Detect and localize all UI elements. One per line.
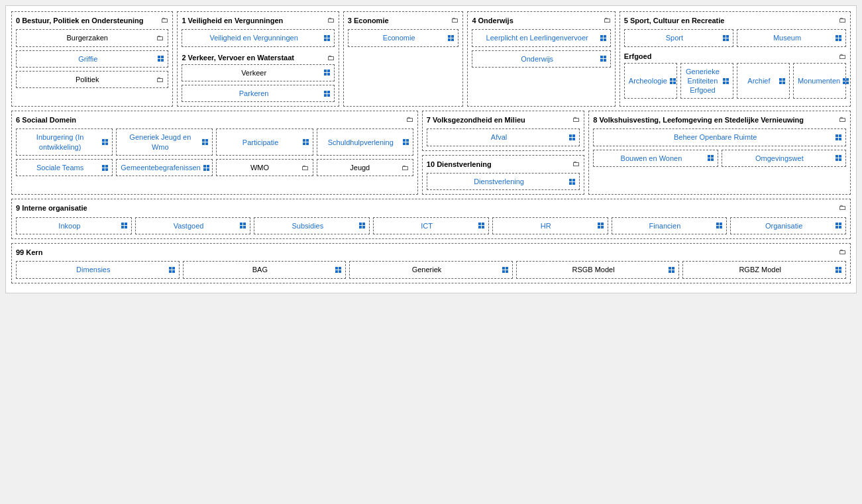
item-omgevingswet[interactable]: Omgevingswet: [722, 150, 846, 167]
item-sociale-teams[interactable]: Sociale Teams: [16, 159, 113, 176]
item-parkeren[interactable]: Parkeren: [182, 85, 334, 102]
item-jeugd-label: Jeugd: [321, 163, 399, 172]
item-rsgb[interactable]: RSGB Model: [516, 261, 680, 278]
item-politiek[interactable]: Politiek 🗀: [16, 71, 168, 88]
domain-8-items: Beheer Openbare Ruimte Bouwen en Wonen O…: [593, 128, 846, 167]
item-vastgoed[interactable]: Vastgoed: [135, 217, 251, 234]
item-inkoop[interactable]: Inkoop: [16, 217, 132, 234]
item-rsgb-label: RSGB Model: [521, 265, 667, 274]
item-organisatie[interactable]: Organisatie: [730, 217, 846, 234]
item-griffie[interactable]: Griffie: [16, 50, 168, 68]
item-ict[interactable]: ICT: [373, 217, 489, 234]
item-gemeentebegrafenissen[interactable]: Gemeentebegrafenissen: [116, 159, 213, 176]
item-sport[interactable]: Sport: [624, 29, 733, 46]
wmo-folder-icon[interactable]: 🗀: [301, 164, 309, 172]
domain-1-folder-icon[interactable]: 🗀: [327, 16, 335, 24]
item-participatie-label: Participatie: [221, 138, 299, 147]
domain-10: 10 Dienstverlening 🗀 Dienstverlening: [422, 155, 584, 195]
hr-grid-icon: [598, 223, 604, 228]
domain-8-folder-icon[interactable]: 🗀: [839, 115, 846, 123]
subdomain-2-title: 2 Verkeer, Vervoer en Waterstaat: [182, 54, 294, 62]
item-schuldhulp-label: Schuldhulpverlening: [321, 138, 400, 147]
domain-10-folder-icon[interactable]: 🗀: [572, 160, 580, 168]
item-inburgering-label: Inburgering (In ontwikkeling): [21, 132, 99, 152]
item-archeologie[interactable]: Archeologie: [624, 63, 677, 99]
item-beheer-openbare-label: Beheer Openbare Ruimte: [598, 132, 833, 142]
burgerzaken-folder-icon[interactable]: 🗀: [156, 34, 164, 42]
verkeer-grid-icon: [324, 70, 330, 76]
item-onderwijs[interactable]: Onderwijs: [472, 50, 610, 68]
bouwen-wonen-grid-icon: [708, 155, 714, 161]
politiek-folder-icon[interactable]: 🗀: [156, 76, 164, 83]
item-burgerzaken-label: Burgerzaken: [21, 33, 154, 42]
domain-3-title: 3 Economie: [348, 16, 449, 25]
domain-99-folder-icon[interactable]: 🗀: [839, 248, 846, 256]
item-jeugd[interactable]: Jeugd 🗀: [317, 159, 413, 176]
item-generiek[interactable]: Generiek: [349, 261, 513, 278]
subdomain-2-folder-icon[interactable]: 🗀: [327, 54, 335, 62]
domain-99-title: 99 Kern: [16, 248, 836, 257]
inkoop-grid-icon: [121, 223, 127, 228]
item-parkeren-label: Parkeren: [186, 89, 321, 98]
erfgoed-folder-icon[interactable]: 🗀: [839, 52, 846, 60]
item-dienstverlening[interactable]: Dienstverlening: [427, 173, 580, 190]
item-wmo[interactable]: WMO 🗀: [216, 159, 313, 176]
item-participatie[interactable]: Participatie: [216, 128, 313, 156]
item-economie[interactable]: Economie: [348, 29, 459, 46]
item-sociale-teams-label: Sociale Teams: [21, 163, 99, 172]
domain-3: 3 Economie 🗀 Economie: [343, 11, 464, 107]
item-afval[interactable]: Afval: [427, 128, 580, 146]
item-beheer-openbare[interactable]: Beheer Openbare Ruimte: [593, 128, 846, 146]
domain-4-folder-icon[interactable]: 🗀: [604, 16, 611, 24]
item-subsidies[interactable]: Subsidies: [254, 217, 370, 234]
erfgoed-header: Erfgoed 🗀: [624, 52, 846, 60]
item-schuldhulp[interactable]: Schuldhulpverlening: [317, 128, 413, 156]
col-7-10: 7 Volksgezondheid en Milieu 🗀 Afval 10 D…: [422, 111, 584, 195]
domain-7-folder-icon[interactable]: 🗀: [572, 115, 580, 123]
item-veiligheid[interactable]: Veiligheid en Vergunningen: [182, 29, 334, 46]
domain-4-items: Leerplicht en Leerlingenvervoer Onderwij…: [472, 29, 610, 68]
domain-0-folder-icon[interactable]: 🗀: [161, 16, 168, 24]
item-museum[interactable]: Museum: [737, 29, 846, 46]
domain-7-header: 7 Volksgezondheid en Milieu 🗀: [427, 115, 580, 125]
item-rgbz[interactable]: RGBZ Model: [682, 261, 846, 278]
item-financien-label: Financien: [616, 221, 714, 230]
domain-6-folder-icon[interactable]: 🗀: [406, 115, 413, 123]
domain-9-folder-icon[interactable]: 🗀: [839, 203, 846, 211]
item-dimensies[interactable]: Dimensies: [16, 261, 180, 278]
item-generieke-entiteiten[interactable]: Generieke Entiteiten Erfgoed: [680, 63, 733, 99]
item-monumenten[interactable]: Monumenten: [793, 63, 846, 99]
item-archief[interactable]: Archief: [737, 63, 790, 99]
item-financien[interactable]: Financien: [612, 217, 727, 234]
item-museum-label: Museum: [741, 33, 833, 42]
item-verkeer[interactable]: Verkeer: [182, 64, 334, 81]
item-bouwen-wonen[interactable]: Bouwen en Wonen: [593, 150, 718, 167]
item-burgerzaken[interactable]: Burgerzaken 🗀: [16, 29, 168, 46]
item-dienstverlening-label: Dienstverlening: [431, 177, 566, 186]
item-gemeentebegrafenissen-label: Gemeentebegrafenissen: [121, 163, 200, 172]
archeologie-grid-icon: [670, 78, 676, 84]
item-generiek-jeugd[interactable]: Generiek Jeugd en Wmo: [116, 128, 213, 156]
domain-0-header: 0 Bestuur, Politiek en Ondersteuning 🗀: [16, 16, 168, 25]
domain-7: 7 Volksgezondheid en Milieu 🗀 Afval: [422, 111, 584, 151]
rsgb-grid-icon: [669, 267, 674, 273]
domain-4-header: 4 Onderwijs 🗀: [472, 16, 610, 25]
item-hr[interactable]: HR: [492, 217, 608, 234]
item-monumenten-label: Monumenten: [798, 76, 840, 85]
jeugd-folder-icon[interactable]: 🗀: [402, 164, 409, 172]
erfgoed-title: Erfgoed: [624, 52, 652, 60]
item-leerplicht[interactable]: Leerplicht en Leerlingenvervoer: [472, 29, 610, 46]
domain-3-folder-icon[interactable]: 🗀: [451, 16, 458, 24]
domain-5-folder-icon[interactable]: 🗀: [839, 16, 846, 24]
domain-10-header: 10 Dienstverlening 🗀: [427, 160, 580, 169]
generiek-jeugd-grid-icon: [202, 139, 208, 145]
item-inburgering[interactable]: Inburgering (In ontwikkeling): [16, 128, 113, 156]
item-archeologie-label: Archeologie: [629, 76, 667, 85]
gemeentebegrafenissen-grid-icon: [203, 165, 209, 171]
subdomain-2-items: Verkeer Parkeren: [182, 64, 334, 103]
omgevingswet-grid-icon: [835, 155, 841, 161]
row-2: 6 Sociaal Domein 🗀 Inburgering (In ontwi…: [11, 111, 851, 195]
item-bag[interactable]: BAG: [183, 261, 347, 278]
domain-5-top-items: Sport Museum: [624, 29, 846, 46]
domain-7-title: 7 Volksgezondheid en Milieu: [427, 115, 570, 125]
